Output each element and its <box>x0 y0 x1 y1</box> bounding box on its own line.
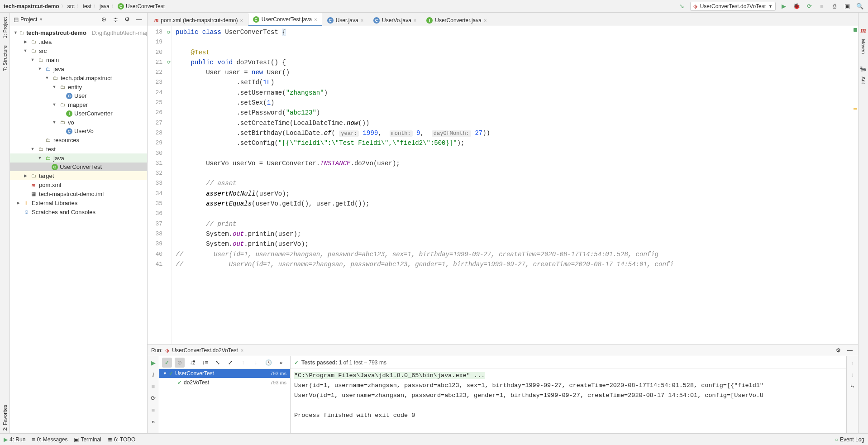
tree-vo[interactable]: ▼🗀vo <box>10 118 147 127</box>
console-output[interactable]: "C:\Program Files\Java\jdk1.8.0_65\bin\j… <box>291 369 846 433</box>
tab-pom[interactable]: mpom.xml (tech-mapstrcut-demo)× <box>149 14 248 26</box>
soft-wrap-icon[interactable]: ⤷ <box>848 382 857 391</box>
search-icon[interactable]: 🔍 <box>855 2 864 11</box>
chevron-right-icon: 〉 <box>76 3 81 10</box>
tree-package[interactable]: ▼🗀tech.pdai.mapstruct <box>10 73 147 82</box>
run-icon[interactable]: ▶ <box>779 2 788 11</box>
run-config-dropdown[interactable]: ⬗ UserConverTest.do2VoTest ▼ <box>690 2 776 11</box>
tab-uservo[interactable]: CUserVo.java× <box>368 14 421 26</box>
expand-icon[interactable]: ⤡ <box>213 358 223 368</box>
status-messages[interactable]: ≡0: Messages <box>32 436 67 443</box>
status-run[interactable]: ▶4: Run <box>4 436 25 443</box>
code-body[interactable]: public class UserConverTest { @Test publ… <box>172 26 852 344</box>
tree-userconverter[interactable]: IUserConverter <box>10 109 147 118</box>
run-test-gutter-icon[interactable]: ⟳ <box>164 58 171 64</box>
hide-icon[interactable]: — <box>134 15 143 24</box>
tab-userconverter[interactable]: IUserConverter.java× <box>421 14 491 26</box>
project-tree[interactable]: ▼🗀tech-mapstrcut-demo D:\git\github\tech… <box>10 26 147 433</box>
stop-icon[interactable]: ■ <box>817 2 826 11</box>
tree-user-class[interactable]: CUser <box>10 91 147 100</box>
hide-icon[interactable]: — <box>845 346 854 355</box>
editor-gutter[interactable]: 18⟳ 19 20 21⟳ 22 23 24 25 26 27 28 29 30… <box>148 26 172 344</box>
settings-icon[interactable]: ⚙ <box>834 346 843 355</box>
maven-toolwindow-tab[interactable]: Maven <box>860 36 867 57</box>
prev-icon[interactable]: ↑ <box>238 358 248 368</box>
tree-idea[interactable]: ▶🗀.idea <box>10 37 147 46</box>
tree-src[interactable]: ▼🗀src <box>10 46 147 55</box>
tree-java-test[interactable]: ▼🗀java <box>10 153 147 163</box>
chevron-down-icon[interactable]: ▼ <box>39 17 43 22</box>
tree-pom[interactable]: mpom.xml <box>10 180 147 189</box>
show-passed-toggle[interactable]: ✓ <box>162 358 172 368</box>
test-tree[interactable]: ▼✓UserConverTest 793 ms ✓do2VoTest 793 m… <box>159 369 290 433</box>
collapse-icon[interactable]: ≑ <box>111 15 120 24</box>
tree-main[interactable]: ▼🗀main <box>10 55 147 64</box>
project-toolwindow-tab[interactable]: 1: Project <box>1 14 9 41</box>
pin-icon[interactable]: ■ <box>149 405 158 414</box>
warning-marker[interactable] <box>854 108 857 110</box>
editor-tabs: mpom.xml (tech-mapstrcut-demo)× CUserCon… <box>148 13 858 26</box>
stop-icon[interactable]: ■ <box>149 382 158 391</box>
breadcrumb-project[interactable]: tech-mapstrcut-demo <box>4 3 59 10</box>
tree-test[interactable]: ▼🗀test <box>10 144 147 153</box>
tree-mapper[interactable]: ▼🗀mapper <box>10 100 147 109</box>
close-icon[interactable]: × <box>241 348 243 353</box>
editor-right-gutter[interactable] <box>852 26 858 344</box>
collapse-icon[interactable]: ⤢ <box>225 358 235 368</box>
close-icon[interactable]: × <box>414 18 416 23</box>
run-test-gutter-icon[interactable]: ⟳ <box>164 28 171 34</box>
breadcrumb-src[interactable]: src <box>67 3 75 10</box>
rerun-icon[interactable]: ▶ <box>149 358 158 367</box>
favorites-toolwindow-tab[interactable]: 2: Favorites <box>1 402 9 433</box>
tree-java-main[interactable]: ▼🗀java <box>10 64 147 73</box>
tree-iml[interactable]: ▦tech-mapstrcut-demo.iml <box>10 189 147 198</box>
toggle-icon[interactable]: ⤸ <box>149 370 158 379</box>
next-icon[interactable]: ↓ <box>251 358 261 368</box>
show-ignored-toggle[interactable]: ⊘ <box>175 358 185 368</box>
tree-uservo[interactable]: CUserVo <box>10 127 147 135</box>
code-editor[interactable]: 18⟳ 19 20 21⟳ 22 23 24 25 26 27 28 29 30… <box>148 26 858 344</box>
tree-resources[interactable]: 🗀resources <box>10 135 147 144</box>
more-icon[interactable]: » <box>149 417 158 426</box>
close-icon[interactable]: × <box>484 18 486 23</box>
sort-icon[interactable]: ↓ẑ <box>187 358 197 368</box>
project-panel: ▤ Project ▼ ⊕ ≑ ⚙ — ▼🗀tech-mapstrcut-dem… <box>10 13 148 433</box>
breadcrumb-test[interactable]: test <box>83 3 91 10</box>
tab-user[interactable]: CUser.java× <box>322 14 368 26</box>
test-class-row[interactable]: ▼✓UserConverTest 793 ms <box>159 369 290 378</box>
up-icon[interactable]: ↑ <box>848 358 857 367</box>
tree-scratches[interactable]: ⊙Scratches and Consoles <box>10 207 147 216</box>
status-event-log[interactable]: ○Event Log <box>835 436 864 443</box>
breadcrumb-java[interactable]: java <box>100 3 110 10</box>
status-terminal[interactable]: ▣Terminal <box>74 436 101 443</box>
tree-ext-lib[interactable]: ▶⫴External Libraries <box>10 198 147 207</box>
close-icon[interactable]: × <box>361 18 363 23</box>
locate-icon[interactable]: ⊕ <box>99 15 108 24</box>
sort-duration-icon[interactable]: ↓≡ <box>200 358 210 368</box>
tree-root[interactable]: ▼🗀tech-mapstrcut-demo D:\git\github\tech… <box>10 28 147 37</box>
right-tool-stripe: m Maven 🐜 Ant <box>858 13 868 433</box>
run-tab-name[interactable]: UserConverTest.do2VoTest <box>172 347 238 354</box>
build-icon[interactable]: ↘ <box>677 2 687 11</box>
tree-userconvertest[interactable]: CUserConverTest <box>10 163 147 171</box>
ant-toolwindow-tab[interactable]: Ant <box>860 74 867 87</box>
panel-icon[interactable]: ▣ <box>843 2 852 11</box>
debug-icon[interactable]: 🐞 <box>792 2 801 11</box>
settings-icon[interactable]: ⚙ <box>123 15 132 24</box>
git-icon[interactable]: ⎙ <box>830 2 839 11</box>
down-icon[interactable]: ↓ <box>848 370 857 379</box>
breadcrumb-class[interactable]: CUserConverTest <box>118 3 165 10</box>
structure-toolwindow-tab[interactable]: 7: Structure <box>1 43 9 74</box>
coverage-icon[interactable]: ⟳ <box>805 2 814 11</box>
status-todo[interactable]: ≣6: TODO <box>108 436 136 443</box>
test-method-row[interactable]: ✓do2VoTest 793 ms <box>159 378 290 387</box>
refresh-icon[interactable]: ⟳ <box>149 393 158 402</box>
check-icon: ✓ <box>294 359 299 366</box>
tab-userconvertest[interactable]: CUserConverTest.java× <box>248 13 322 26</box>
history-icon[interactable]: 🕓 <box>263 358 273 368</box>
more-icon[interactable]: » <box>276 358 286 368</box>
tree-entity[interactable]: ▼🗀entity <box>10 82 147 91</box>
tree-target[interactable]: ▶🗀target <box>10 171 147 180</box>
close-icon[interactable]: × <box>314 17 317 22</box>
close-icon[interactable]: × <box>240 18 243 23</box>
